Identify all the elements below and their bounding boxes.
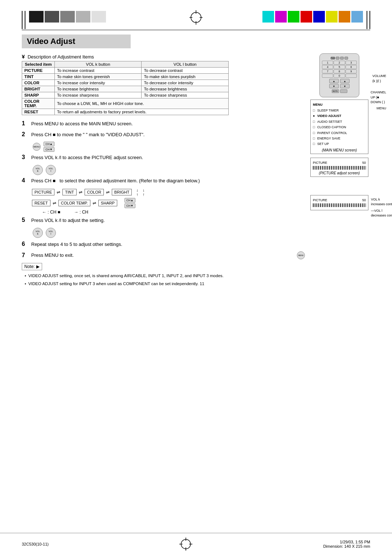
adjustment-diagram: PICTURE ⇌ TINT ⇌ COLOR ⇌ BRIGHT ↓ ↑ ↓ — [32, 188, 305, 215]
main-menu-caption: (MAIN MENU screen) — [313, 148, 366, 152]
step-1: 1 Press MENU to access the MAIN MENU scr… — [22, 120, 305, 127]
bar-lgray2 — [91, 11, 106, 23]
channel-label: CHANNEL UP (■ DOWN ( ) — [371, 90, 386, 105]
ch-up-button-diag[interactable]: CH▲ — [124, 198, 135, 203]
menu-button-step2[interactable]: MENU — [33, 143, 41, 151]
vol-annotations: VOL k increases contrast— —VOL l decreas… — [371, 197, 392, 218]
menu-label: MENU — [377, 106, 387, 110]
step-7: 7 Press MENU to exit. MENU — [22, 251, 305, 259]
bar-cyan — [262, 11, 274, 23]
color-bars-right — [262, 11, 363, 23]
table-cell: SHARP — [22, 92, 55, 98]
doc-code: 32C530(10-11) — [22, 542, 49, 546]
menu-list: □SLEEP TIMER ●VIDEO ADJUST □AUDIO SET/SE… — [313, 108, 366, 147]
table-cell: To decrease color intensity — [142, 80, 229, 86]
picture-caption: (PICTURE adjust screen) — [313, 171, 366, 175]
ch-legend: ← : CH ■ → : CH — [42, 210, 305, 215]
table-cell: BRIGHT — [22, 86, 55, 92]
note-bullets: • VIDEO ADJUST setting, once set, is sha… — [25, 272, 305, 287]
picture-progress-bar-2 — [313, 203, 366, 207]
main-menu-screen: MENU □SLEEP TIMER ●VIDEO ADJUST □AUDIO S… — [310, 100, 368, 154]
table-cell: To make skin tones purplish — [142, 74, 229, 80]
table-cell: COLOR — [22, 80, 55, 86]
diag-colortemp: COLOR TEMP. — [58, 200, 90, 206]
step-4: 4 Press CH ■ to select the desired adjus… — [22, 177, 305, 185]
diag-sharp: SHARP — [98, 200, 117, 206]
page-title: Video Adjust — [22, 35, 131, 48]
table-cell: To increase contrast — [54, 68, 142, 74]
table-cell: To increase sharpness — [54, 92, 142, 98]
diag-reset: RESET — [32, 200, 50, 206]
svg-point-0 — [191, 12, 201, 23]
adjustment-table: Selected item VOL k button VOL l button … — [22, 61, 229, 115]
step-5: 5 Press VOL k /l to adjust the setting. — [22, 217, 305, 224]
step-3: 3 Press VOL k /l to access the PICTURE a… — [22, 154, 305, 161]
bar-black — [29, 11, 44, 23]
note-bullet-2: • VIDEO ADJUST setting for INPUT 3 when … — [25, 280, 305, 287]
footer-right: 1/29/03, 1:55 PM Dimension: 140 X 215 mm — [323, 540, 370, 548]
ch-down-button-step2[interactable]: CH▼ — [44, 147, 54, 152]
diagram-row-1: PICTURE ⇌ TINT ⇌ COLOR ⇌ BRIGHT ↓ ↑ ↓ — [32, 188, 305, 197]
table-cell: To increase brightness — [54, 86, 142, 92]
bar-blue — [313, 11, 325, 23]
bar-red — [301, 11, 312, 23]
diag-bright: BRIGHT — [112, 189, 132, 195]
table-cell: To make skin tones greenish — [54, 74, 142, 80]
picture-screen-step5: PICTURE 50 VOL k increases contrast— —VO… — [310, 195, 368, 210]
vol-l-button-step3[interactable]: VOL l — [46, 165, 56, 175]
date: 1/29/03, 1:55 PM — [323, 540, 370, 544]
bar-orange — [339, 11, 350, 23]
vol-k-button-step3[interactable]: VOL k — [33, 165, 43, 175]
vol-k-button-step5[interactable]: VOL k — [33, 228, 43, 238]
bar-gray — [60, 11, 75, 23]
bar-green — [288, 11, 299, 23]
diag-picture: PICTURE — [32, 189, 54, 195]
note-section: Note: ▶ • VIDEO ADJUST setting, once set… — [22, 263, 305, 287]
bar-ltblue — [351, 11, 363, 23]
picture-screen-step3: PICTURE 50 (PICTURE adjust screen) — [310, 158, 368, 177]
crosshair-center — [189, 10, 203, 26]
desc-header: ¥ Description of Adjustment Items — [22, 53, 305, 60]
bar-magenta — [275, 11, 287, 23]
remote-control: PWR 123 456 789 0 ▲ ▼ — [319, 53, 359, 97]
table-cell: To increase color intensity — [54, 80, 142, 86]
table-cell: To choose a LOW, ML, MH or HIGH color to… — [54, 98, 228, 109]
table-cell: PICTURE — [22, 68, 55, 74]
step-2: 2 Press CH ■ to move the " " mark to "VI… — [22, 131, 305, 138]
volume-label: VOLUME (k )(l ) — [372, 74, 386, 84]
diag-color: COLOR — [85, 189, 104, 195]
menu-button-step7[interactable]: MENU — [297, 251, 305, 259]
diagram-row-2: RESET ⇌ COLOR TEMP. ⇌ SHARP CH▲ CH▼ — [32, 198, 305, 208]
table-cell: To return all adjustments to factory pre… — [54, 109, 228, 115]
footer: 32C530(10-11) 1/29/03, 1:55 PM Dimension… — [0, 533, 392, 555]
note-bullet-1: • VIDEO ADJUST setting, once set, is sha… — [25, 272, 305, 279]
table-header-item: Selected item — [22, 61, 55, 68]
dimension: Dimension: 140 X 215 mm — [323, 544, 370, 548]
table-cell: To decrease brightness — [142, 86, 229, 92]
picture-progress-bar — [313, 166, 366, 170]
table-cell: To decrease contrast — [142, 68, 229, 74]
footer-crosshair — [179, 538, 192, 551]
table-cell: RESET — [22, 109, 55, 115]
note-box: Note: ▶ — [22, 263, 42, 270]
table-cell: TINT — [22, 74, 55, 80]
table-header-voll: VOL l button — [142, 61, 229, 68]
color-bars-left — [29, 11, 106, 23]
bar-darkgray — [45, 11, 59, 23]
step-6: 6 Repeat steps 4 to 5 to adjust other se… — [22, 241, 305, 248]
table-header-volk: VOL k button — [54, 61, 142, 68]
bar-lgray — [76, 11, 90, 23]
bar-yellow — [326, 11, 338, 23]
table-cell: COLOR TEMP. — [22, 98, 55, 109]
vol-l-button-step5[interactable]: VOL l — [46, 228, 56, 238]
ch-down-button-diag[interactable]: CH▼ — [124, 203, 135, 208]
table-cell: To decrease sharpness — [142, 92, 229, 98]
diag-tint: TINT — [62, 189, 76, 195]
ch-up-button-step2[interactable]: CH▲ — [44, 142, 54, 146]
